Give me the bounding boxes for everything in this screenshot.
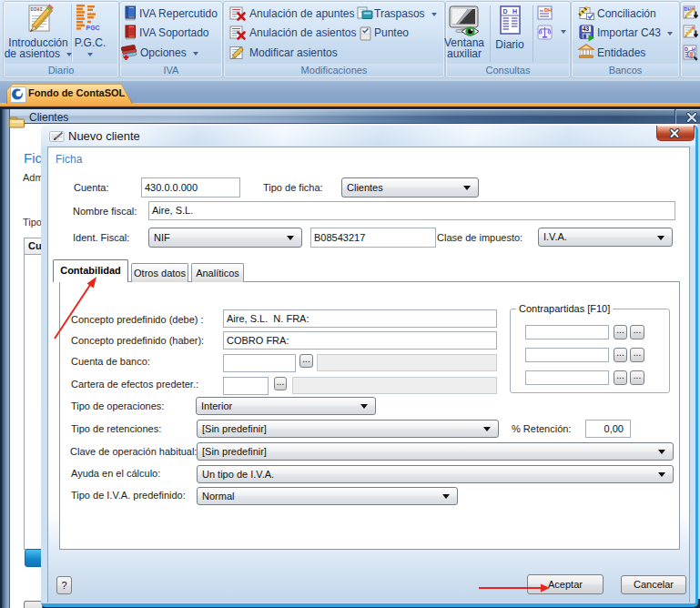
svg-text:PGC: PGC <box>86 25 100 31</box>
svg-text:D: D <box>503 8 508 15</box>
svg-text:DH: DH <box>544 7 552 13</box>
svg-text:D: D <box>685 46 688 52</box>
svg-text:DIHI: DIHI <box>31 6 43 13</box>
svg-text:H: H <box>512 8 517 15</box>
svg-text:43: 43 <box>583 25 590 32</box>
